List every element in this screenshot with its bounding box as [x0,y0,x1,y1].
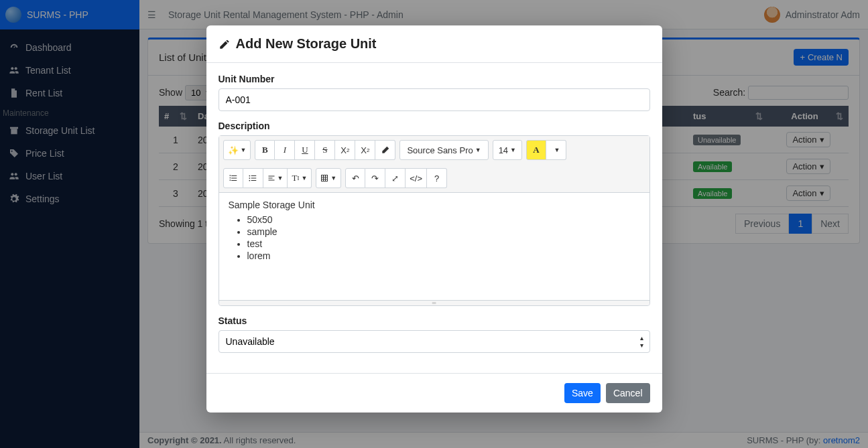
editor-align-button[interactable]: ▼ [263,168,288,188]
editor-resize-handle[interactable]: ═ [219,300,649,305]
editor-font-color-more-button[interactable]: ▼ [546,140,566,160]
status-select[interactable]: Unavailable [219,330,650,353]
editor-style-button[interactable]: ✨▼ [223,140,251,160]
status-label: Status [219,315,650,326]
editor-ul-button[interactable] [243,168,263,188]
editor-paragraph: Sample Storage Unit [229,200,640,210]
chevron-down-icon: ▼ [241,147,247,153]
editor-ol-button[interactable] [223,168,243,188]
editor-toolbar: ✨▼ B I U S X2 X2 Source Sans Pro▼ [219,136,649,193]
save-button[interactable]: Save [564,383,601,403]
add-storage-unit-modal: Add New Storage Unit Unit Number Descrip… [206,25,662,413]
svg-point-8 [249,175,250,177]
editor-content-area[interactable]: Sample Storage Unit 50x50sampletestlorem [219,193,649,300]
editor-bullet: sample [247,226,640,237]
editor-font-color-button[interactable]: A [526,140,546,160]
editor-undo-button[interactable]: ↶ [345,168,365,188]
description-label: Description [219,121,650,131]
modal-title: Add New Storage Unit [219,36,377,52]
editor-eraser-button[interactable] [375,140,395,160]
editor-help-button[interactable]: ? [427,168,447,188]
editor-redo-button[interactable]: ↷ [365,168,385,188]
editor-strike-button[interactable]: S [315,140,335,160]
svg-point-10 [249,180,250,181]
edit-icon [219,38,231,50]
editor-bullet: test [247,238,640,249]
unit-number-label: Unit Number [219,74,650,84]
chevron-down-icon: ▼ [301,175,307,181]
unit-number-input[interactable] [219,88,650,111]
editor-bullet: lorem [247,250,640,261]
chevron-down-icon: ▼ [277,175,284,181]
editor-table-button[interactable]: ▼ [316,168,341,188]
editor-font-size-button[interactable]: 14▼ [493,140,522,160]
chevron-down-icon: ▼ [475,147,481,153]
svg-rect-11 [322,175,328,181]
editor-bullet: 50x50 [247,214,640,225]
cancel-button[interactable]: Cancel [606,383,650,403]
editor-superscript-button[interactable]: X2 [335,140,355,160]
editor-subscript-button[interactable]: X2 [355,140,375,160]
editor-underline-button[interactable]: U [295,140,315,160]
editor-font-family-button[interactable]: Source Sans Pro▼ [399,140,488,160]
editor-fullscreen-button[interactable]: ⤢ [385,168,406,188]
editor-italic-button[interactable]: I [275,140,295,160]
editor-lineheight-button[interactable]: TI▼ [288,168,312,188]
editor-codeview-button[interactable]: </> [406,168,427,188]
description-editor: ✨▼ B I U S X2 X2 Source Sans Pro▼ [219,135,650,306]
svg-point-9 [249,177,250,179]
chevron-down-icon: ▼ [510,147,516,153]
chevron-down-icon: ▼ [330,175,336,181]
editor-bold-button[interactable]: B [255,140,275,160]
chevron-down-icon: ▼ [554,147,560,153]
